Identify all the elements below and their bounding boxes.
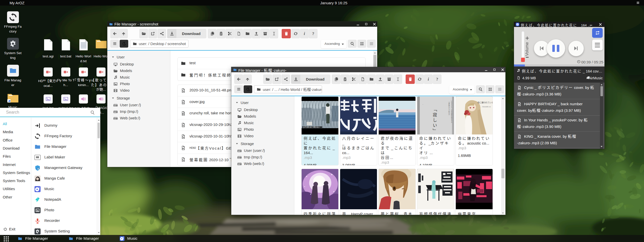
svg-text:。: 。	[422, 104, 423, 106]
svg-text:いのすりも一日中地獄を楽まする: いのすりも一日中地獄を楽まする	[451, 100, 452, 123]
svg-text:- Acoustic co: - Acoustic co	[481, 106, 491, 108]
svg-text:命に嫌われている。: 命に嫌われている。	[477, 101, 493, 104]
svg-text:上げた思い出 つ残らない: 上げた思い出 つ残らない	[303, 126, 320, 128]
svg-text:る意味なんて別のず: る意味なんて別のず	[448, 102, 450, 116]
svg-text:「寂しい」: 「寂しい」	[432, 107, 437, 134]
